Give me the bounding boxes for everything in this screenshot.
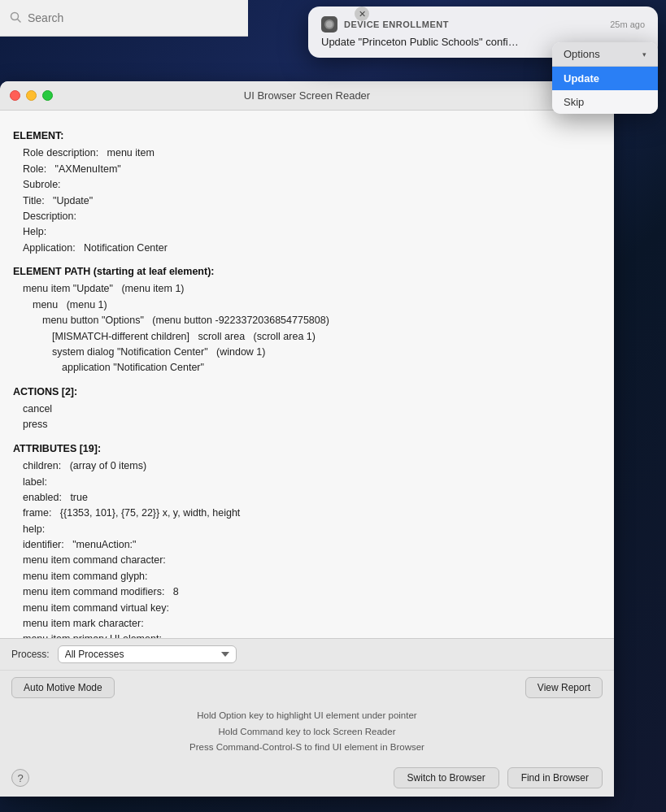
element-description: Description: — [13, 209, 601, 224]
element-role-description: Role description: menu item — [13, 145, 601, 161]
process-row: Process: All Processes Finder Safari Chr… — [0, 639, 614, 671]
window-title: UI Browser Screen Reader — [244, 89, 370, 102]
search-input[interactable] — [28, 11, 238, 24]
notif-close-btn[interactable]: ✕ — [355, 7, 369, 21]
element-help: Help: — [13, 224, 601, 240]
element-subrole: Subrole: — [13, 177, 601, 193]
svg-point-3 — [326, 21, 333, 28]
element-path-line-4: [MISMATCH-different children] scroll are… — [13, 329, 601, 345]
view-report-button[interactable]: View Report — [525, 677, 603, 698]
minimize-window-button[interactable] — [26, 90, 37, 101]
attr-command-glyph: menu item command glyph: — [13, 569, 601, 584]
attr-mark-char: menu item mark character: — [13, 616, 601, 632]
switch-to-browser-button[interactable]: Switch to Browser — [394, 767, 499, 788]
window-titlebar: UI Browser Screen Reader — [0, 81, 614, 111]
element-path-line-1: menu item "Update" (menu item 1) — [13, 281, 601, 297]
options-button[interactable]: Options ▾ — [552, 42, 658, 67]
maximize-window-button[interactable] — [42, 90, 53, 101]
notif-app-icon — [321, 16, 337, 33]
attr-command-virtual-key: menu item command virtual key: — [13, 601, 601, 616]
element-path-line-5: system dialog "Notification Center" (win… — [13, 345, 601, 360]
attr-frame: frame: {{1353, 101}, {75, 22}} x, y, wid… — [13, 506, 601, 521]
skip-menu-item[interactable]: Skip — [552, 90, 658, 114]
process-select[interactable]: All Processes Finder Safari Chrome Syste… — [58, 645, 237, 663]
top-search-bar — [0, 0, 248, 37]
notif-time: 25m ago — [610, 20, 645, 29]
action-press: press — [13, 417, 601, 432]
search-icon — [10, 11, 21, 25]
actions-section-header: ACTIONS [2]: — [13, 384, 601, 400]
hint-3: Press Command-Control-S to find UI eleme… — [11, 740, 603, 756]
main-window: UI Browser Screen Reader ELEMENT: Role d… — [0, 81, 614, 797]
auto-motive-button[interactable]: Auto Motive Mode — [11, 677, 115, 698]
svg-line-1 — [18, 19, 21, 22]
notification-header: DEVICE ENROLLMENT 25m ago — [321, 16, 645, 33]
bottom-action-row: ? Switch to Browser Find in Browser — [0, 761, 614, 797]
options-label: Options — [564, 48, 600, 60]
help-button[interactable]: ? — [11, 769, 29, 787]
element-role: Role: "AXMenuItem" — [13, 162, 601, 177]
process-label: Process: — [11, 649, 50, 660]
element-section-header: ELEMENT: — [13, 128, 601, 144]
chevron-down-icon: ▾ — [642, 50, 646, 59]
close-icon[interactable]: ✕ — [355, 7, 369, 21]
dropdown-menu: Options ▾ Update Skip — [552, 42, 658, 114]
element-path-line-2: menu (menu 1) — [13, 297, 601, 313]
primary-buttons-row: Auto Motive Mode View Report — [0, 671, 614, 705]
bottom-right-buttons: Switch to Browser Find in Browser — [394, 767, 603, 788]
attr-label: label: — [13, 475, 601, 490]
attr-identifier: identifier: "menuAction:" — [13, 537, 601, 553]
find-in-browser-button[interactable]: Find in Browser — [507, 767, 603, 788]
traffic-lights — [10, 90, 53, 101]
hint-1: Hold Option key to highlight UI element … — [11, 708, 603, 724]
attr-command-modifiers: menu item command modifiers: 8 — [13, 584, 601, 600]
hints-area: Hold Option key to highlight UI element … — [0, 705, 614, 761]
attr-help: help: — [13, 522, 601, 537]
attr-children: children: (array of 0 items) — [13, 458, 601, 474]
window-content[interactable]: ELEMENT: Role description: menu item Rol… — [0, 111, 614, 638]
attr-primary-ui: menu item primary UI element: — [13, 632, 601, 638]
element-title: Title: "Update" — [13, 193, 601, 209]
element-application: Application: Notification Center — [13, 241, 601, 256]
element-path-line-6: application "Notification Center" — [13, 360, 601, 376]
close-window-button[interactable] — [10, 90, 20, 101]
window-bottom-bar: Process: All Processes Finder Safari Chr… — [0, 638, 614, 797]
element-path-section-header: ELEMENT PATH (starting at leaf element): — [13, 264, 601, 280]
attr-command-char: menu item command character: — [13, 553, 601, 568]
action-cancel: cancel — [13, 402, 601, 417]
attributes-section-header: ATTRIBUTES [19]: — [13, 441, 601, 457]
hint-2: Hold Command key to lock Screen Reader — [11, 724, 603, 740]
attr-enabled: enabled: true — [13, 490, 601, 506]
update-menu-item[interactable]: Update — [552, 67, 658, 90]
notification-title-row: DEVICE ENROLLMENT — [321, 16, 449, 33]
element-path-line-3: menu button "Options" (menu button -9223… — [13, 313, 601, 328]
